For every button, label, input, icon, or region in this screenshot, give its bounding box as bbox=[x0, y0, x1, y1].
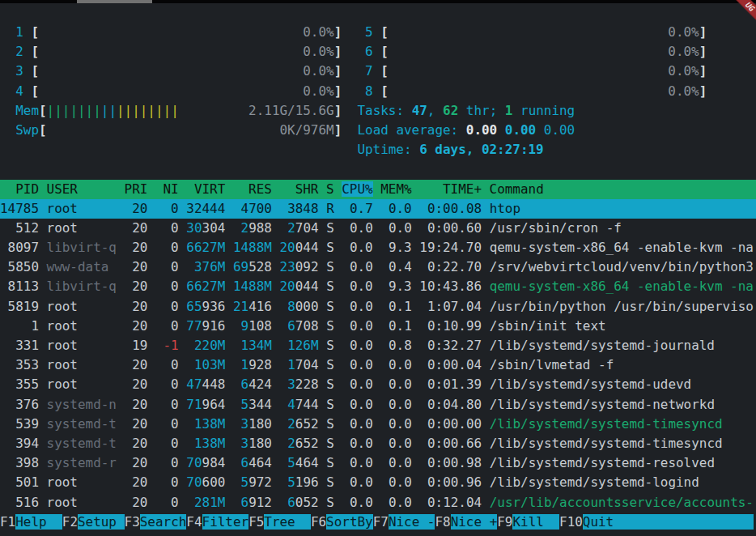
cell-pri: 20 bbox=[125, 397, 155, 412]
meter-close-bracket: ] bbox=[334, 24, 342, 40]
cell-pid: 394 bbox=[0, 436, 47, 451]
cell-ni: 0 bbox=[155, 299, 179, 314]
cell-pid: 8097 bbox=[0, 240, 47, 255]
fkey-f8[interactable]: F8 bbox=[435, 514, 450, 530]
cell-state: S bbox=[326, 318, 342, 334]
process-row[interactable]: 376 systemd-n 20 0 71964 5344 4744 S 0.0… bbox=[0, 395, 756, 415]
cell-ni: 0 bbox=[155, 240, 179, 255]
fkey-f2[interactable]: F2 bbox=[62, 514, 78, 530]
cell-time: 19:24.70 bbox=[419, 240, 489, 255]
cell-mem: 0.0 bbox=[380, 376, 419, 392]
fkey-label-nice[interactable]: Nice - bbox=[389, 514, 435, 530]
process-row[interactable]: 501 root 20 0 70600 5972 5196 S 0.0 0.0 … bbox=[0, 473, 756, 492]
table-header-row[interactable]: PID USER PRI NI VIRT RES SHR S CPU% MEM%… bbox=[0, 180, 756, 199]
cell-user: libvirt-q bbox=[47, 279, 125, 294]
cell-cpu: 0.0 bbox=[342, 357, 380, 372]
cell-command: /sbin/lvmetad -f bbox=[490, 357, 754, 372]
cpu-meter-value: 0.0% bbox=[668, 44, 699, 59]
cell-user: root bbox=[47, 338, 125, 353]
fkey-f5[interactable]: F5 bbox=[248, 514, 264, 530]
fkey-label-search[interactable]: Search bbox=[140, 514, 187, 530]
cell-pri: 20 bbox=[125, 416, 155, 432]
cell-user: root bbox=[47, 299, 125, 314]
cell-user: root bbox=[47, 376, 125, 392]
cell-mem: 0.0 bbox=[380, 397, 419, 412]
process-row[interactable]: 398 systemd-r 20 0 70984 6464 5464 S 0.0… bbox=[0, 453, 756, 473]
process-row[interactable]: 516 root 20 0 281M 6912 6052 S 0.0 0.0 0… bbox=[0, 493, 756, 513]
col-header-pid: PID bbox=[0, 181, 47, 197]
process-row[interactable]: 394 systemd-t 20 0 138M 3180 2652 S 0.0 … bbox=[0, 434, 756, 453]
cell-pri: 20 bbox=[125, 357, 155, 372]
meter-close-bracket: ] bbox=[699, 63, 707, 79]
col-header-s: S bbox=[326, 181, 342, 197]
fkey-label-setup[interactable]: Setup bbox=[78, 514, 125, 530]
fkey-label-kill[interactable]: Kill bbox=[512, 514, 559, 530]
cpu-meter-row: 1 [ 0.0%] 5 [ 0.0%] bbox=[0, 23, 756, 42]
process-row[interactable]: 353 root 20 0 103M 1928 1704 S 0.0 0.0 0… bbox=[0, 355, 756, 375]
cpu-meter-id: 7 bbox=[365, 63, 380, 79]
cell-mem: 0.1 bbox=[380, 318, 419, 334]
process-row[interactable]: 331 root 19 -1 220M 134M 126M S 0.0 0.8 … bbox=[0, 336, 756, 355]
tasks-count: 47 bbox=[412, 103, 427, 118]
process-row[interactable]: 8097 libvirt-q 20 0 6627M 1488M 20044 S … bbox=[0, 238, 756, 257]
meter-open-bracket: [ bbox=[380, 44, 389, 59]
col-header-user: USER bbox=[47, 181, 125, 197]
cell-pid: 512 bbox=[0, 220, 47, 236]
cell-ni: 0 bbox=[155, 495, 179, 510]
cell-mem: 0.0 bbox=[380, 436, 419, 451]
cell-command: /lib/systemd/systemd-timesyncd bbox=[490, 436, 754, 451]
cell-ni: 0 bbox=[155, 318, 179, 334]
cpu-meter-value: 0.0% bbox=[303, 63, 333, 79]
col-header-virt: VIRT bbox=[186, 181, 233, 197]
cpu-meter-value: 0.0% bbox=[668, 24, 699, 40]
cell-time: 0:22.70 bbox=[419, 259, 489, 274]
cell-state: S bbox=[326, 416, 342, 432]
cpu-meter-row: 2 [ 0.0%] 6 [ 0.0%] bbox=[0, 42, 756, 62]
fkey-label-sortby[interactable]: SortBy bbox=[326, 514, 373, 530]
meter-open-bracket: [ bbox=[31, 83, 39, 99]
cell-command: /lib/systemd/systemd-udevd bbox=[490, 376, 754, 392]
mem-tasks-row: Mem[||||||||||||||||| 2.11G/15.6G] Tasks… bbox=[0, 101, 756, 121]
process-row[interactable]: 539 systemd-t 20 0 138M 3180 2652 S 0.0 … bbox=[0, 415, 756, 434]
meter-close-bracket: ] bbox=[334, 63, 342, 79]
fkey-label-nice[interactable]: Nice + bbox=[451, 514, 498, 530]
cell-user: systemd-t bbox=[47, 436, 125, 451]
cell-command: /usr/lib/accountsservice/accounts- bbox=[490, 495, 754, 510]
cell-user: root bbox=[47, 201, 125, 216]
load-average-label: Load average: bbox=[357, 122, 465, 138]
fkey-label-help[interactable]: Help bbox=[15, 514, 62, 530]
fkey-f9[interactable]: F9 bbox=[497, 514, 512, 530]
fkey-f1[interactable]: F1 bbox=[0, 514, 15, 530]
process-row[interactable]: 5819 root 20 0 65936 21416 8000 S 0.0 0.… bbox=[0, 297, 756, 317]
fkey-f10[interactable]: F10 bbox=[559, 514, 583, 530]
terminal-console[interactable]: 1 [ 0.0%] 5 [ 0.0%] 2 [ 0.0%] 6 [ 0.0%] … bbox=[0, 3, 756, 536]
cell-mem: 0.0 bbox=[380, 495, 419, 510]
fkey-f3[interactable]: F3 bbox=[125, 514, 140, 530]
cell-mem: 0.8 bbox=[380, 338, 419, 353]
uptime-value: 6 days, 02:27:19 bbox=[419, 142, 544, 157]
cell-pid: 353 bbox=[0, 357, 47, 372]
cell-command: /lib/systemd/systemd-resolved bbox=[490, 455, 754, 470]
fkey-label-quit[interactable]: Quit bbox=[583, 514, 630, 530]
cell-cpu: 0.7 bbox=[342, 201, 380, 216]
fkey-f4[interactable]: F4 bbox=[186, 514, 202, 530]
cell-pri: 20 bbox=[125, 318, 155, 334]
process-row[interactable]: 14785 root 20 0 32444 4700 3848 R 0.7 0.… bbox=[0, 199, 756, 219]
fkey-f7[interactable]: F7 bbox=[373, 514, 389, 530]
process-row[interactable]: 1 root 20 0 77916 9108 6708 S 0.0 0.1 0:… bbox=[0, 317, 756, 336]
process-row[interactable]: 355 root 20 0 47448 6424 3228 S 0.0 0.0 … bbox=[0, 375, 756, 394]
col-header-time: TIME+ bbox=[419, 181, 489, 197]
fkey-label-filter[interactable]: Filter bbox=[202, 514, 249, 530]
fkey-f6[interactable]: F6 bbox=[311, 514, 326, 530]
function-bar[interactable]: F1Help F2Setup F3SearchF4FilterF5Tree F6… bbox=[0, 513, 756, 532]
cell-command: /sbin/init text bbox=[490, 318, 754, 334]
cell-pri: 20 bbox=[125, 279, 155, 294]
cell-pid: 398 bbox=[0, 455, 47, 470]
process-row[interactable]: 8113 libvirt-q 20 0 6627M 1488M 20044 S … bbox=[0, 277, 756, 296]
cell-time: 0:00.08 bbox=[419, 201, 489, 216]
fkey-label-tree[interactable]: Tree bbox=[264, 514, 311, 530]
process-row[interactable]: 5850 www-data 20 0 376M 69528 23092 S 0.… bbox=[0, 257, 756, 277]
cell-command: /usr/bin/python /usr/bin/superviso bbox=[490, 299, 754, 314]
cpu-meter-id: 3 bbox=[15, 63, 31, 79]
process-row[interactable]: 512 root 20 0 30304 2988 2704 S 0.0 0.0 … bbox=[0, 219, 756, 238]
